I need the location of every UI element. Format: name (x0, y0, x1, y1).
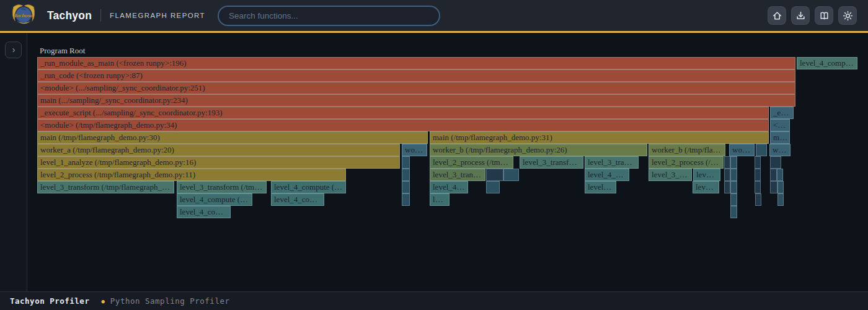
flame-bar[interactable]: _exe… (770, 107, 794, 119)
app-title: Tachyon (47, 9, 92, 22)
flame-bar[interactable] (755, 169, 761, 181)
status-bar: Tachyon Profiler ● Python Sampling Profi… (0, 291, 868, 310)
flame-bar[interactable]: level_4_c… (585, 169, 629, 181)
home-icon (772, 11, 782, 21)
home-button[interactable] (768, 6, 786, 25)
flame-bar[interactable] (402, 193, 410, 206)
theme-button[interactable] (838, 6, 857, 25)
download-button[interactable] (791, 6, 810, 25)
flame-bar[interactable] (486, 169, 503, 181)
flame-bar[interactable] (402, 156, 410, 169)
flame-bar[interactable] (503, 169, 519, 181)
flame-bar[interactable] (730, 193, 737, 206)
flame-bar[interactable] (730, 156, 737, 169)
flame-bar[interactable] (770, 181, 777, 193)
flame-bar[interactable] (755, 156, 761, 169)
flame-bar[interactable] (724, 181, 730, 193)
flame-bar[interactable] (486, 181, 500, 193)
flame-bar[interactable]: level_3_transform… (520, 156, 583, 169)
flame-bar[interactable]: _run_module_as_main (<frozen runpy>:196) (37, 57, 795, 69)
flame-bar[interactable]: main (/tmp/flamegraph_demo.py:31) (430, 131, 769, 144)
app-header: Tachyon Tachyon FLAMEGRAPH REPORT (0, 0, 868, 33)
flame-bar[interactable]: level_3_tr… (649, 169, 692, 181)
flame-bar[interactable]: level… (693, 181, 719, 193)
flame-bar[interactable]: level_2_process (/tm… (649, 156, 724, 169)
sun-icon (843, 11, 853, 21)
flame-bar[interactable] (770, 169, 777, 181)
flame-bar[interactable] (777, 169, 783, 181)
flame-bar[interactable]: level_3_transform (/tmp/fl… (177, 181, 267, 193)
tachyon-logo: Tachyon (10, 2, 37, 29)
flame-bar[interactable] (730, 181, 737, 193)
flame-bar[interactable] (777, 181, 784, 193)
flame-bar[interactable]: <m… (770, 119, 790, 131)
flame-bar[interactable] (755, 181, 761, 193)
flame-bar[interactable]: level_4_compute (/t… (177, 193, 252, 206)
flame-bar[interactable]: worker_b (/tmp/flame… (649, 144, 725, 156)
flame-bar[interactable]: level_3_transf… (430, 169, 485, 181)
flame-bar[interactable]: level_4_com… (271, 193, 324, 206)
flame-bar[interactable]: level_3_transform (/tmp/flamegraph_dem… (37, 181, 174, 193)
flame-bar[interactable]: lev… (430, 193, 450, 206)
flame-bar[interactable]: level_2_process (/tmp/flamegraph_demo.py… (37, 169, 346, 181)
flame-bar[interactable]: wor… (729, 144, 755, 156)
status-subtitle: Python Sampling Profiler (110, 296, 230, 306)
flame-bar[interactable]: worker_a (/tmp/flamegraph_demo.py:20) (37, 144, 400, 156)
flame-bar[interactable]: level_2_process (/tmp/fla… (430, 156, 513, 169)
flame-bar[interactable] (724, 169, 730, 181)
flame-bar[interactable]: level_… (693, 169, 720, 181)
flame-bar[interactable]: wor… (402, 144, 427, 156)
status-dot-icon: ● (101, 298, 104, 304)
flame-bar[interactable]: level_4_… (430, 181, 468, 193)
flame-bar[interactable]: ma… (770, 131, 790, 144)
flame-bar[interactable]: level_4_com… (177, 206, 231, 218)
flame-bar[interactable] (402, 181, 410, 193)
flame-bar[interactable] (770, 156, 781, 169)
flame-bar[interactable]: wo… (769, 144, 790, 156)
flame-bar[interactable] (755, 193, 761, 206)
flame-bar[interactable]: main (/tmp/flamegraph_demo.py:30) (37, 131, 428, 144)
flame-bar[interactable]: <module> (/tmp/flamegraph_demo.py:34) (37, 119, 769, 131)
flame-bar[interactable] (756, 144, 767, 156)
flame-bar[interactable]: _execute_script (.../sampling/_sync_coor… (37, 107, 769, 119)
status-app-name: Tachyon Profiler (10, 296, 89, 306)
flame-bar[interactable]: _run_code (<frozen runpy>:87) (37, 69, 795, 82)
flame-bar[interactable]: level_… (585, 181, 616, 193)
main-area: › Program Root _run_module_as_main (<fro… (0, 33, 868, 291)
flame-bar[interactable] (730, 169, 737, 181)
flame-bar[interactable]: main (.../sampling/_sync_coordinator.py:… (37, 94, 795, 107)
chevron-right-icon: › (12, 45, 16, 54)
flame-bar[interactable]: level_1_analyze (/tmp/flamegraph_demo.py… (37, 156, 400, 169)
flame-root-label[interactable]: Program Root (40, 46, 85, 56)
flame-bar[interactable]: level_4_compute (/t… (271, 181, 346, 193)
flame-bar[interactable]: level_3_trans… (585, 156, 639, 169)
flame-bar[interactable] (402, 169, 410, 181)
flame-bar[interactable] (724, 156, 730, 169)
header-divider (100, 9, 101, 22)
report-type-label: FLAMEGRAPH REPORT (110, 12, 205, 19)
flamegraph-canvas: Program Root _run_module_as_main (<froze… (27, 33, 868, 291)
search-input[interactable] (218, 6, 440, 26)
svg-text:Tachyon: Tachyon (14, 12, 33, 19)
header-actions (768, 6, 857, 25)
download-icon (795, 11, 806, 21)
flame-bar[interactable]: level_4_comput… (797, 57, 857, 69)
docs-button[interactable] (815, 6, 833, 25)
flame-bar[interactable]: worker_b (/tmp/flamegraph_demo.py:26) (430, 144, 647, 156)
flame-bar[interactable] (777, 193, 784, 206)
sidebar-toggle-button[interactable]: › (5, 42, 22, 58)
flame-bar[interactable]: <module> (.../sampling/_sync_coordinator… (37, 82, 795, 94)
sidebar: › (0, 33, 27, 291)
flame-bar[interactable] (730, 206, 737, 218)
book-icon (819, 11, 830, 21)
